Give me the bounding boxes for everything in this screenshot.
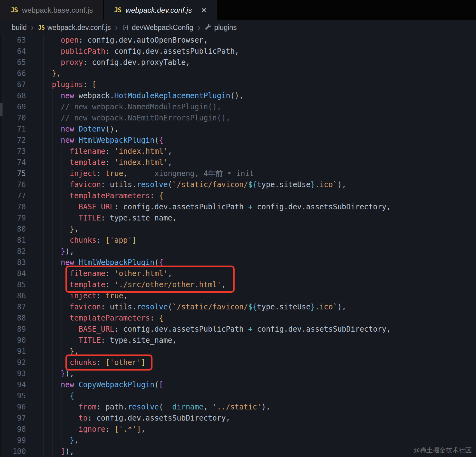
code-line-74[interactable]: 74 template: 'index.html', [0, 157, 476, 168]
code-line-67[interactable]: 67 plugins: [ [0, 79, 476, 90]
token-prop: TITLE [79, 336, 101, 345]
code-text: chunks: ['other'] [43, 358, 145, 367]
code-line-72[interactable]: 72 new HtmlWebpackPlugin({ [0, 135, 476, 146]
breadcrumb-item-devwebpackconfig[interactable]: devWebpackConfig [122, 23, 193, 32]
token-fg [43, 103, 61, 111]
line-number: 75 [0, 168, 26, 179]
token-op: } [311, 180, 315, 189]
code-line-85[interactable]: 85 template: './src/other/other.html', [0, 279, 476, 290]
code-line-77[interactable]: 77 templateParameters: { [0, 190, 476, 201]
code-line-96[interactable]: 96 from: path.resolve(__dirname, '../sta… [0, 401, 476, 413]
code-line-65[interactable]: 65 proxy: config.dev.proxyTable, [0, 57, 476, 68]
code-text: // new webpack.NoEmitOnErrorsPlugin(), [43, 114, 230, 122]
token-fg: , [203, 403, 212, 411]
token-b1: } [70, 225, 74, 233]
token-prop: BASE_URL [79, 325, 115, 333]
token-prop: filename [70, 269, 106, 278]
code-line-63[interactable]: 63 open: config.dev.autoOpenBrowser, [0, 35, 476, 46]
line-number: 92 [0, 357, 26, 368]
code-line-75[interactable]: 75 inject: true, xiongmeng, 4年前 • init [0, 168, 476, 179]
token-fg [43, 303, 70, 311]
code-line-78[interactable]: 78 BASE_URL: config.dev.assetsPublicPath… [0, 201, 476, 212]
code-line-97[interactable]: 97 to: config.dev.assetsSubDirectory, [0, 413, 476, 424]
code-line-80[interactable]: 80 }, [0, 224, 476, 235]
breadcrumb-item-build[interactable]: build [12, 23, 27, 32]
token-fg [43, 36, 61, 44]
code-line-71[interactable]: 71 new Dotenv(), [0, 124, 476, 135]
code-line-98[interactable]: 98 ignore: ['.*'], [0, 424, 476, 435]
tab-webpack-base-conf-js[interactable]: JS webpack.base.conf.js [0, 0, 104, 20]
line-number: 65 [0, 57, 26, 68]
token-kw: new [61, 258, 74, 267]
token-cm: // new webpack.NamedModulesPlugin(), [61, 103, 221, 111]
line-number: 97 [0, 413, 26, 424]
code-text: proxy: config.dev.proxyTable, [43, 58, 190, 67]
token-str: `/static/favicon/ [172, 303, 248, 311]
token-b2: { [159, 136, 163, 145]
code-line-66[interactable]: 66 }, [0, 68, 476, 79]
code-line-87[interactable]: 87 favicon: utils.resolve(`/static/favic… [0, 301, 476, 312]
token-kw: new [61, 380, 74, 389]
token-fg [43, 247, 61, 256]
code-line-70[interactable]: 70 // new webpack.NoEmitOnErrorsPlugin()… [0, 112, 476, 124]
code-line-91[interactable]: 91 }, [0, 346, 476, 357]
token-fg: : [96, 169, 105, 178]
token-blame: xiongmeng, 4年前 • init [128, 169, 254, 178]
tab-webpack-dev-conf-js[interactable]: JS webpack.dev.conf.js × [104, 0, 217, 20]
breadcrumb: build › JS webpack.dev.conf.js › devWebp… [0, 20, 476, 35]
chevron-right-icon: › [31, 23, 35, 32]
token-op: ${ [248, 180, 257, 189]
token-fg [43, 58, 61, 67]
token-str: '../static' [212, 403, 261, 411]
token-fg: : [150, 191, 159, 200]
token-fg [43, 203, 79, 211]
tab-label: webpack.base.conf.js [22, 6, 93, 15]
token-fg: , [141, 425, 145, 434]
editor-left-strip [0, 35, 3, 457]
token-cm: // new webpack.NoEmitOnErrorsPlugin(), [61, 114, 230, 122]
code-line-93[interactable]: 93 }), [0, 368, 476, 379]
breadcrumb-item-file[interactable]: JS webpack.dev.conf.js [38, 23, 111, 32]
code-text: new webpack.HotModuleReplacementPlugin()… [43, 91, 244, 100]
token-op: + [248, 325, 253, 333]
code-line-95[interactable]: 95 { [0, 390, 476, 401]
token-fg [74, 125, 78, 133]
token-prop: to [79, 414, 88, 422]
code-line-99[interactable]: 99 }, [0, 435, 476, 446]
close-icon[interactable]: × [201, 6, 207, 15]
breadcrumb-item-plugins[interactable]: plugins [205, 23, 237, 32]
line-number: 67 [0, 79, 26, 90]
token-fg [74, 136, 78, 145]
code-line-69[interactable]: 69 // new webpack.NamedModulesPlugin(), [0, 101, 476, 112]
code-line-73[interactable]: 73 filename: 'index.html', [0, 146, 476, 157]
token-prop: template [70, 280, 106, 289]
indent-guide [43, 35, 44, 457]
code-line-92[interactable]: 92 chunks: ['other'] [0, 357, 476, 368]
code-line-83[interactable]: 83 new HtmlWebpackPlugin({ [0, 257, 476, 268]
code-line-84[interactable]: 84 filename: 'other.html', [0, 268, 476, 279]
code-line-88[interactable]: 88 templateParameters: { [0, 312, 476, 324]
token-fg [43, 291, 70, 300]
token-str: 'other' [110, 358, 141, 367]
code-editor[interactable]: 63 open: config.dev.autoOpenBrowser,64 p… [0, 35, 476, 457]
code-line-82[interactable]: 82 }), [0, 246, 476, 257]
token-b1: [ [114, 425, 119, 434]
code-line-86[interactable]: 86 inject: true, [0, 290, 476, 301]
code-line-94[interactable]: 94 new CopyWebpackPlugin([ [0, 379, 476, 390]
breadcrumb-label: devWebpackConfig [132, 23, 193, 32]
token-fg: ), [337, 180, 346, 189]
code-line-100[interactable]: 100 ]), [0, 446, 476, 457]
code-line-76[interactable]: 76 favicon: utils.resolve(`/static/favic… [0, 179, 476, 190]
code-line-64[interactable]: 64 publicPath: config.dev.assetsPublicPa… [0, 46, 476, 57]
token-prop: publicPath [61, 47, 106, 56]
code-text: BASE_URL: config.dev.assetsPublicPath + … [43, 203, 391, 211]
code-line-68[interactable]: 68 new webpack.HotModuleReplacementPlugi… [0, 90, 476, 101]
token-b1: ] [136, 425, 141, 434]
code-line-81[interactable]: 81 chunks: ['app'] [0, 235, 476, 246]
token-fn: resolve [128, 403, 159, 411]
token-fg [43, 114, 61, 122]
token-fg: : config.dev.autoOpenBrowser, [79, 36, 208, 44]
code-line-90[interactable]: 90 TITLE: type.site_name, [0, 335, 476, 346]
code-line-89[interactable]: 89 BASE_URL: config.dev.assetsPublicPath… [0, 324, 476, 335]
code-line-79[interactable]: 79 TITLE: type.site_name, [0, 212, 476, 224]
